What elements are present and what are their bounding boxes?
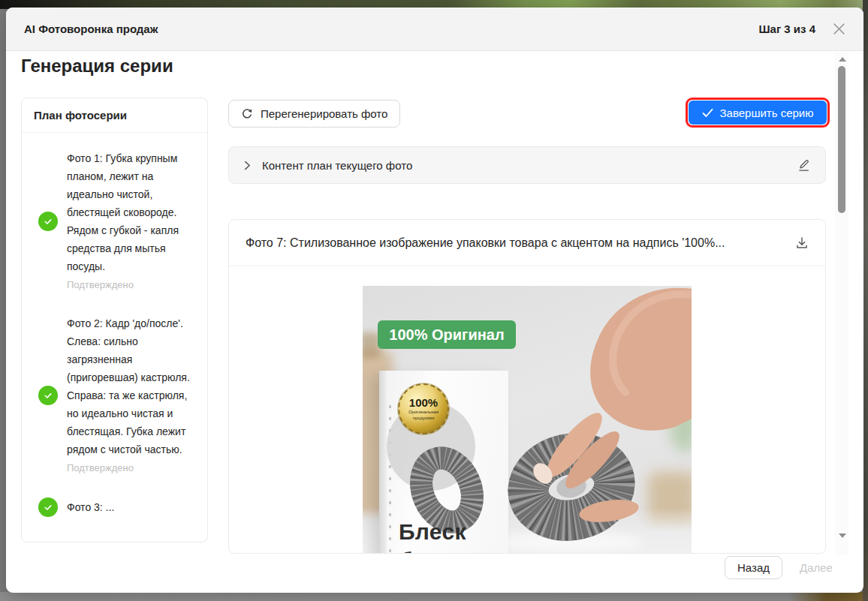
content-plan-label: Контент план текущего фото (262, 159, 412, 172)
content-plan-collapse[interactable]: Контент план текущего фото (228, 146, 826, 184)
hand-with-scourer (496, 286, 692, 553)
scrollbar-up-arrow-icon[interactable] (839, 57, 846, 62)
product-box: 100% Оригинальная продускии Блеск без ус… (379, 371, 508, 553)
modal-title: AI Фотоворонка продаж (24, 23, 158, 35)
modal-header: AI Фотоворонка продаж Шаг 3 из 4 (6, 8, 863, 51)
photo-card-title: Фото 7: Стилизованное изображение упаков… (246, 236, 788, 250)
download-icon[interactable] (795, 236, 809, 250)
check-circle-icon (38, 212, 58, 231)
generated-photo: 100% Оригинал 1 (363, 286, 692, 553)
close-icon[interactable] (830, 21, 847, 38)
chevron-right-icon (243, 161, 252, 170)
page-backdrop-bottom (0, 592, 868, 601)
product-box-side (379, 371, 387, 553)
wizard-modal: AI Фотоворонка продаж Шаг 3 из 4 Генерац… (6, 8, 863, 593)
edit-pencil-icon[interactable] (797, 159, 810, 172)
gold-seal: 100% Оригинальная продускии (399, 384, 448, 434)
photo-plan-list: Фото 1: Губка крупным планом, лежит на и… (22, 133, 207, 517)
scrollbar-thumb[interactable] (838, 66, 845, 213)
page-backdrop-right (863, 0, 868, 601)
regenerate-photo-label: Перегенерировать фото (261, 107, 387, 120)
check-icon (702, 108, 713, 118)
finish-series-button[interactable]: Завершить серию (689, 101, 827, 125)
plan-item-1: Фото 1: Губка крупным планом, лежит на и… (38, 149, 197, 293)
photo-green-badge: 100% Оригинал (378, 320, 516, 349)
next-button-disabled[interactable]: Далее (793, 556, 839, 579)
check-circle-icon (38, 386, 58, 405)
photo-plan-title: План фотосерии (22, 98, 207, 133)
plan-item-text: Фото 2: Кадр 'до/после'. Слева: сильно з… (67, 314, 194, 458)
refresh-icon (241, 108, 253, 120)
check-circle-icon (38, 497, 58, 517)
plan-item-status: Подтверждено (67, 460, 194, 476)
screen: AI Фотоворонка продаж Шаг 3 из 4 Генерац… (0, 0, 868, 601)
finish-series-label: Завершить серию (720, 107, 814, 119)
photo-card-body: 100% Оригинал 1 (229, 266, 825, 554)
step-indicator: Шаг 3 из 4 (758, 23, 815, 35)
plan-item-text: Фото 3: ... (67, 498, 194, 516)
annotation-highlight-red: Завершить серию (686, 98, 830, 128)
plan-item-status: Подтверждено (67, 277, 194, 293)
page-title: Генерация серии (21, 56, 173, 77)
photo-card-header: Фото 7: Стилизованное изображение упаков… (229, 220, 825, 266)
plan-item-3: Фото 3: ... (38, 497, 197, 517)
seal-line2: продускии (413, 415, 435, 421)
seal-percent: 100% (409, 397, 438, 409)
modal-header-right: Шаг 3 из 4 (758, 21, 847, 38)
seal-line1: Оригинальная (408, 409, 439, 415)
plan-item-2: Фото 2: Кадр 'до/после'. Слева: сильно з… (38, 314, 197, 476)
photo-result-card: Фото 7: Стилизованное изображение упаков… (228, 219, 826, 554)
product-box-title: Блеск без усилий (399, 518, 508, 553)
scrollbar-down-arrow-icon[interactable] (839, 533, 846, 538)
regenerate-photo-button[interactable]: Перегенерировать фото (228, 100, 400, 128)
photo-plan-panel: План фотосерии Фото 1: Губка крупным пла… (21, 98, 208, 542)
plan-item-text: Фото 1: Губка крупным планом, лежит на и… (67, 149, 194, 275)
back-button[interactable]: Назад (725, 556, 782, 579)
